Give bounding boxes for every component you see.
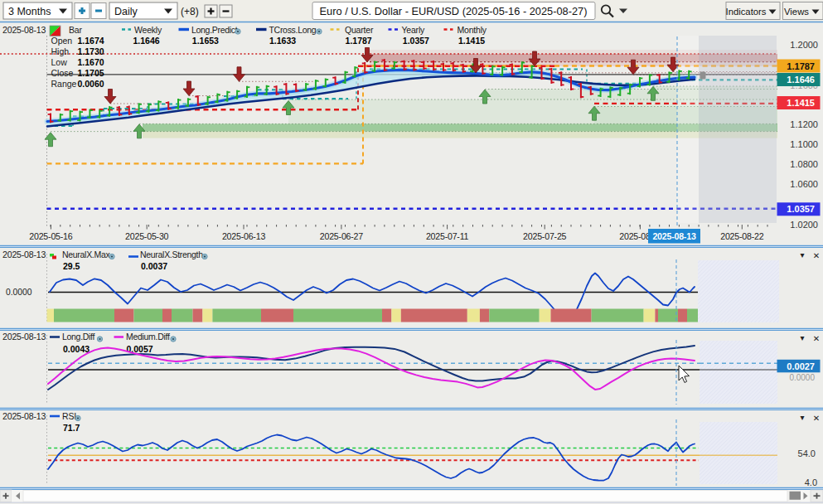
- svg-text:2025-06-27: 2025-06-27: [320, 231, 363, 241]
- svg-text:Medium.Diff: Medium.Diff: [126, 332, 170, 342]
- svg-text:2025-07-25: 2025-07-25: [523, 231, 566, 241]
- svg-text:1.1670: 1.1670: [78, 57, 104, 67]
- svg-text:3 Months: 3 Months: [8, 6, 51, 17]
- svg-text:Views: Views: [784, 7, 809, 17]
- svg-text:✕: ✕: [813, 414, 820, 423]
- svg-text:High: High: [51, 46, 70, 56]
- svg-text:Daily: Daily: [114, 6, 138, 17]
- svg-text:1.0200: 1.0200: [790, 220, 818, 230]
- svg-text:▾: ▾: [800, 333, 804, 342]
- svg-text:1.0357: 1.0357: [787, 204, 815, 214]
- svg-text:1.1653: 1.1653: [192, 36, 219, 46]
- svg-text:1.1674: 1.1674: [78, 36, 104, 46]
- svg-text:TCross.Long: TCross.Long: [269, 25, 317, 35]
- svg-text:Open: Open: [51, 36, 73, 46]
- svg-text:29.5: 29.5: [63, 261, 80, 271]
- svg-text:Monthly: Monthly: [457, 25, 487, 35]
- svg-text:RSI: RSI: [62, 411, 76, 421]
- svg-text:NeuralX.Strength: NeuralX.Strength: [140, 250, 203, 259]
- svg-text:4.0: 4.0: [805, 477, 817, 487]
- svg-text:✕: ✕: [813, 251, 820, 260]
- svg-text:✕: ✕: [813, 334, 820, 343]
- svg-text:1.1646: 1.1646: [133, 36, 160, 46]
- svg-text:Weekly: Weekly: [134, 25, 162, 35]
- svg-text:1.1200: 1.1200: [790, 119, 818, 129]
- svg-text:2025-08-13: 2025-08-13: [2, 25, 46, 35]
- svg-text:0.0043: 0.0043: [63, 344, 90, 354]
- svg-text:2025-08-13: 2025-08-13: [2, 250, 46, 259]
- svg-text:1.1730: 1.1730: [78, 46, 104, 56]
- svg-text:2025-08-22: 2025-08-22: [720, 231, 763, 241]
- svg-text:0.0000: 0.0000: [6, 288, 32, 297]
- svg-text:▾: ▾: [800, 250, 804, 259]
- svg-text:Long.Predict: Long.Predict: [191, 25, 238, 35]
- svg-text:Euro / U.S. Dollar - EUR/USD (: Euro / U.S. Dollar - EUR/USD (2025-05-16…: [320, 5, 588, 17]
- svg-text:1.1787: 1.1787: [787, 61, 815, 71]
- svg-text:Quarter: Quarter: [345, 25, 374, 35]
- svg-text:Range: Range: [51, 79, 77, 89]
- svg-text:Low: Low: [51, 57, 68, 67]
- svg-text:1.0800: 1.0800: [790, 159, 818, 169]
- svg-text:0.0037: 0.0037: [141, 261, 167, 271]
- svg-text:2025-08-13: 2025-08-13: [2, 411, 46, 421]
- svg-text:Long.Diff: Long.Diff: [62, 332, 95, 342]
- svg-text:2025-05-16: 2025-05-16: [29, 231, 72, 241]
- svg-text:2025-08-13: 2025-08-13: [652, 231, 695, 241]
- svg-text:0.0060: 0.0060: [78, 79, 104, 89]
- svg-text:1.1646: 1.1646: [787, 75, 815, 85]
- svg-text:1.2000: 1.2000: [790, 40, 818, 50]
- svg-text:54.0: 54.0: [798, 448, 816, 458]
- svg-text:1.1415: 1.1415: [458, 36, 485, 46]
- svg-text:NeuralX.Max: NeuralX.Max: [62, 250, 110, 259]
- svg-text:2025-05-30: 2025-05-30: [125, 231, 168, 241]
- svg-text:1.1000: 1.1000: [790, 139, 818, 149]
- svg-text:Indicators: Indicators: [726, 7, 767, 17]
- svg-text:(+8): (+8): [181, 6, 199, 17]
- svg-text:1.0600: 1.0600: [790, 179, 818, 189]
- svg-text:71.7: 71.7: [63, 423, 80, 433]
- svg-text:0.0027: 0.0027: [787, 361, 815, 371]
- svg-text:0.0000: 0.0000: [789, 373, 815, 382]
- svg-text:2025-08-13: 2025-08-13: [2, 332, 46, 342]
- svg-text:2025-06-13: 2025-06-13: [222, 231, 265, 241]
- svg-text:1.1787: 1.1787: [346, 36, 372, 46]
- svg-text:▾: ▾: [800, 413, 804, 422]
- svg-text:Close: Close: [51, 68, 74, 78]
- svg-text:1.0357: 1.0357: [403, 36, 429, 46]
- svg-text:2025-08: 2025-08: [619, 231, 651, 241]
- svg-text:2025-07-11: 2025-07-11: [426, 231, 469, 241]
- svg-text:1.1633: 1.1633: [269, 36, 296, 46]
- svg-text:Bar: Bar: [69, 25, 82, 35]
- svg-text:1.1705: 1.1705: [78, 68, 104, 78]
- svg-text:1.1415: 1.1415: [787, 98, 815, 108]
- svg-text:Yearly: Yearly: [402, 25, 426, 35]
